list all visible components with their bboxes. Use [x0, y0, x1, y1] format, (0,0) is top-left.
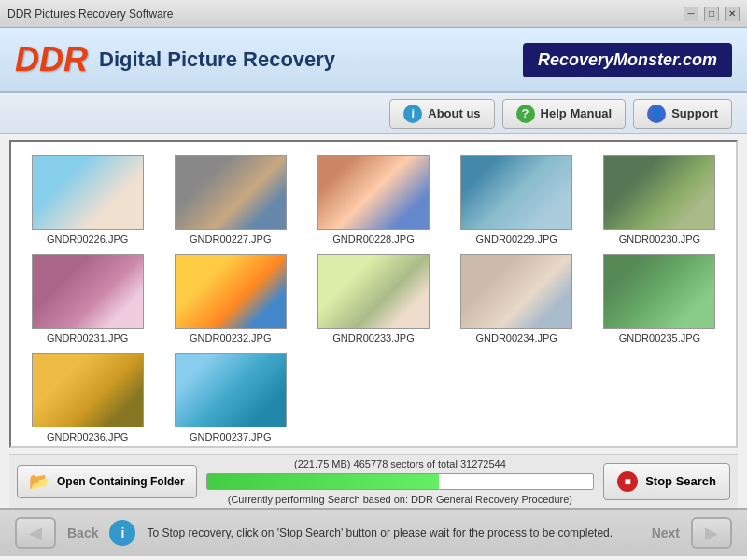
about-us-button[interactable]: i About us [389, 99, 494, 129]
open-folder-button[interactable]: 📂 Open Containing Folder [17, 465, 197, 498]
window-controls: ─ □ ✕ [684, 7, 740, 21]
thumbnail-image [460, 254, 572, 329]
maximize-button[interactable]: □ [704, 7, 719, 21]
minimize-button[interactable]: ─ [684, 7, 698, 21]
status-bar: 📂 Open Containing Folder (221.75 MB) 465… [9, 454, 738, 508]
support-icon: 👤 [647, 105, 666, 123]
thumbnail-image [175, 254, 287, 329]
next-button[interactable]: ▶ [691, 517, 732, 549]
list-item[interactable]: GNDR00226.JPG [21, 155, 154, 245]
list-item[interactable]: GNDR00232.JPG [163, 254, 297, 343]
list-item[interactable]: GNDR00227.JPG [163, 155, 297, 245]
support-button[interactable]: 👤 Support [633, 99, 732, 129]
thumbnail-image [603, 155, 715, 230]
stop-icon: ■ [617, 471, 638, 492]
list-item[interactable]: GNDR00229.JPG [450, 155, 584, 245]
logo-text: Digital Picture Recovery [99, 48, 335, 72]
thumbnail-image [175, 155, 287, 230]
thumbnail-label: GNDR00234.JPG [475, 332, 557, 343]
thumbnails-area: GNDR00226.JPGGNDR00227.JPGGNDR00228.JPGG… [9, 140, 738, 448]
progress-section: (221.75 MB) 465778 sectors of total 3127… [206, 458, 594, 505]
thumbnail-label: GNDR00229.JPG [475, 233, 557, 245]
thumbnail-label: GNDR00232.JPG [190, 332, 271, 343]
list-item[interactable]: GNDR00236.JPG [21, 353, 154, 442]
thumbnail-label: GNDR00230.JPG [619, 233, 700, 245]
thumbnail-label: GNDR00231.JPG [47, 332, 128, 343]
back-label: Back [67, 525, 98, 540]
logo-ddr: DDR [15, 40, 88, 79]
help-icon: ? [516, 105, 535, 123]
list-item[interactable]: GNDR00234.JPG [450, 254, 584, 343]
back-button[interactable]: ◀ [15, 517, 56, 549]
list-item[interactable]: GNDR00233.JPG [306, 254, 440, 343]
header: DDR Digital Picture Recovery RecoveryMon… [0, 28, 747, 93]
window-title: DDR Pictures Recovery Software [7, 7, 173, 21]
brand-site: RecoveryMonster.com [523, 43, 732, 77]
thumbnail-label: GNDR00237.JPG [190, 431, 271, 442]
thumbnail-image [317, 155, 430, 230]
list-item[interactable]: GNDR00237.JPG [163, 353, 297, 442]
thumbnail-label: GNDR00226.JPG [47, 233, 128, 245]
list-item[interactable]: GNDR00235.JPG [593, 254, 726, 343]
thumbnail-label: GNDR00227.JPG [190, 233, 271, 245]
info-icon: i [403, 105, 422, 123]
thumbnails-grid: GNDR00226.JPGGNDR00227.JPGGNDR00228.JPGG… [11, 142, 736, 448]
footer-message: To Stop recovery, click on 'Stop Search'… [147, 526, 640, 539]
footer-nav: ◀ Back i To Stop recovery, click on 'Sto… [0, 508, 747, 556]
progress-text: (221.75 MB) 465778 sectors of total 3127… [206, 458, 594, 469]
footer-info-icon: i [109, 520, 135, 546]
close-button[interactable]: ✕ [725, 7, 740, 21]
thumbnail-label: GNDR00235.JPG [619, 332, 700, 343]
thumbnail-image [603, 254, 715, 329]
stop-search-button[interactable]: ■ Stop Search [603, 463, 730, 500]
progress-bar [206, 473, 594, 490]
progress-subtext: (Currently performing Search based on: D… [206, 494, 594, 505]
thumbnail-image [32, 254, 144, 329]
help-manual-button[interactable]: ? Help Manual [502, 99, 627, 129]
next-label: Next [652, 525, 680, 540]
thumbnail-label: GNDR00236.JPG [47, 431, 128, 442]
thumbnail-image [460, 155, 572, 230]
thumbnail-image [317, 254, 430, 329]
list-item[interactable]: GNDR00230.JPG [593, 155, 726, 245]
title-bar: DDR Pictures Recovery Software ─ □ ✕ [0, 0, 747, 28]
list-item[interactable]: GNDR00228.JPG [306, 155, 440, 245]
nav-bar: i About us ? Help Manual 👤 Support [0, 93, 747, 134]
thumbnail-image [175, 353, 287, 427]
thumbnail-image [32, 155, 144, 230]
thumbnail-image [32, 353, 144, 427]
list-item[interactable]: GNDR00231.JPG [21, 254, 154, 343]
thumbnail-label: GNDR00233.JPG [332, 332, 414, 343]
folder-icon: 📂 [29, 471, 49, 492]
thumbnail-label: GNDR00228.JPG [332, 233, 414, 245]
progress-bar-fill [207, 474, 439, 489]
